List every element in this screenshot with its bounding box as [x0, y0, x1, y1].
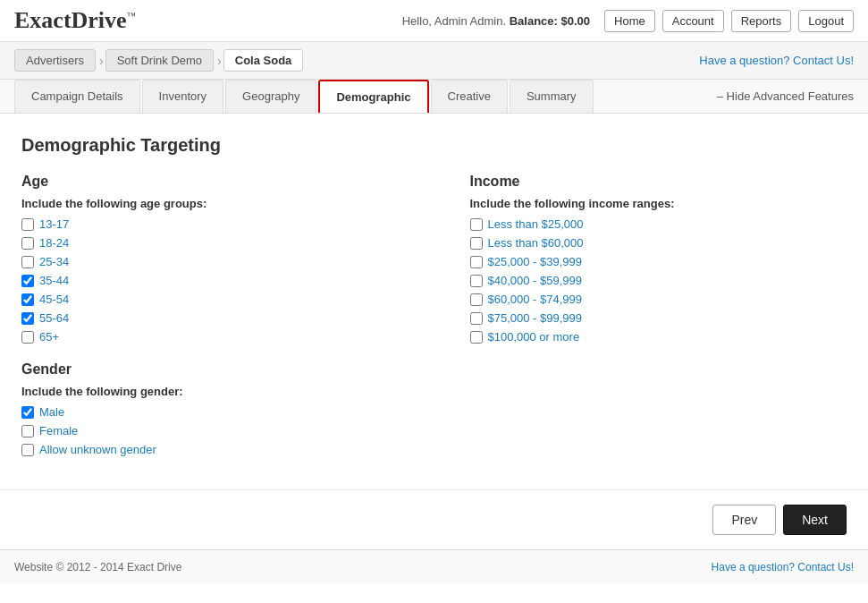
income-100k-plus-label[interactable]: $100,000 or more: [488, 330, 580, 344]
age-45-54-checkbox[interactable]: [21, 293, 34, 306]
gender-male[interactable]: Male: [21, 405, 399, 419]
income-60k-74k-checkbox[interactable]: [470, 293, 483, 306]
logo-text: ExactDrive: [14, 7, 127, 33]
gender-male-label[interactable]: Male: [39, 405, 64, 419]
income-60k-74k[interactable]: $60,000 - $74,999: [470, 293, 847, 306]
age-45-54-label[interactable]: 45-54: [39, 293, 69, 306]
hide-advanced-features[interactable]: – Hide Advanced Features: [717, 81, 854, 112]
main-content: Demographic Targeting Age Include the fo…: [0, 114, 868, 489]
income-75k-99k[interactable]: $75,000 - $99,999: [470, 311, 847, 325]
gender-subtitle: Include the following gender:: [21, 385, 399, 398]
next-button[interactable]: Next: [783, 505, 847, 535]
tab-geography[interactable]: Geography: [225, 80, 316, 113]
age-column: Age Include the following age groups: 13…: [21, 174, 399, 462]
breadcrumb-items: Advertisers › Soft Drink Demo › Cola Sod…: [14, 49, 305, 72]
copyright: Website © 2012 - 2014 Exact Drive: [14, 561, 181, 573]
income-25k-39k-label[interactable]: $25,000 - $39,999: [488, 255, 583, 268]
income-40k-59k[interactable]: $40,000 - $59,999: [470, 274, 847, 287]
logo-tm: ™: [127, 11, 136, 21]
gender-section: Gender Include the following gender: Mal…: [21, 361, 399, 456]
breadcrumb-arrow-1: ›: [99, 54, 104, 68]
gender-unknown-label[interactable]: Allow unknown gender: [39, 443, 156, 456]
income-25k-39k-checkbox[interactable]: [470, 256, 483, 268]
age-subtitle: Include the following age groups:: [21, 197, 399, 210]
income-100k-plus[interactable]: $100,000 or more: [470, 330, 847, 344]
home-button[interactable]: Home: [604, 10, 655, 32]
age-25-34-label[interactable]: 25-34: [39, 255, 69, 268]
age-title: Age: [21, 174, 399, 190]
income-25k-39k[interactable]: $25,000 - $39,999: [470, 255, 847, 268]
age-65plus-checkbox[interactable]: [21, 331, 34, 344]
columns: Age Include the following age groups: 13…: [21, 174, 847, 462]
age-55-64[interactable]: 55-64: [21, 311, 399, 325]
income-40k-59k-label[interactable]: $40,000 - $59,999: [488, 274, 583, 287]
breadcrumb: Advertisers › Soft Drink Demo › Cola Sod…: [0, 42, 868, 80]
tab-demographic[interactable]: Demographic: [318, 80, 428, 113]
age-45-54[interactable]: 45-54: [21, 293, 399, 306]
logo: ExactDrive™: [14, 7, 135, 34]
income-lt-60k[interactable]: Less than $60,000: [470, 236, 847, 250]
breadcrumb-cola-soda[interactable]: Cola Soda: [223, 49, 304, 72]
header: ExactDrive™ Hello, Admin Admin. Balance:…: [0, 0, 868, 42]
gender-female-checkbox[interactable]: [21, 425, 34, 437]
age-35-44[interactable]: 35-44: [21, 274, 399, 287]
gender-unknown[interactable]: Allow unknown gender: [21, 443, 399, 456]
gender-unknown-checkbox[interactable]: [21, 444, 34, 456]
gender-male-checkbox[interactable]: [21, 406, 34, 419]
age-13-17-label[interactable]: 13-17: [39, 217, 69, 231]
age-25-34[interactable]: 25-34: [21, 255, 399, 268]
age-18-24[interactable]: 18-24: [21, 236, 399, 250]
income-lt-25k-checkbox[interactable]: [470, 218, 483, 231]
age-18-24-label[interactable]: 18-24: [39, 236, 69, 250]
age-65plus-label[interactable]: 65+: [39, 330, 59, 344]
income-75k-99k-label[interactable]: $75,000 - $99,999: [488, 311, 583, 325]
gender-female[interactable]: Female: [21, 424, 399, 437]
income-lt-60k-label[interactable]: Less than $60,000: [488, 236, 584, 250]
account-button[interactable]: Account: [662, 10, 724, 32]
income-subtitle: Include the following income ranges:: [470, 197, 847, 210]
income-lt-25k[interactable]: Less than $25,000: [470, 217, 847, 231]
tab-summary[interactable]: Summary: [510, 80, 594, 113]
tab-inventory[interactable]: Inventory: [142, 80, 223, 113]
age-13-17[interactable]: 13-17: [21, 217, 399, 231]
income-75k-99k-checkbox[interactable]: [470, 312, 483, 325]
age-35-44-checkbox[interactable]: [21, 275, 34, 287]
income-lt-25k-label[interactable]: Less than $25,000: [488, 217, 584, 231]
income-title: Income: [470, 174, 847, 190]
reports-button[interactable]: Reports: [731, 10, 792, 32]
footer-contact-link[interactable]: Have a question? Contact Us!: [712, 561, 854, 573]
logout-button[interactable]: Logout: [798, 10, 854, 32]
income-60k-74k-label[interactable]: $60,000 - $74,999: [488, 293, 583, 306]
page-footer: Website © 2012 - 2014 Exact Drive Have a…: [0, 549, 868, 584]
age-13-17-checkbox[interactable]: [21, 218, 34, 231]
income-lt-60k-checkbox[interactable]: [470, 237, 483, 250]
income-column: Income Include the following income rang…: [470, 174, 847, 462]
age-25-34-checkbox[interactable]: [21, 256, 34, 268]
greeting: Hello, Admin Admin. Balance: $0.00: [402, 14, 590, 28]
tab-bar: Campaign Details Inventory Geography Dem…: [0, 80, 868, 114]
breadcrumb-soft-drink-demo[interactable]: Soft Drink Demo: [105, 49, 214, 72]
header-right: Hello, Admin Admin. Balance: $0.00 Home …: [402, 10, 854, 32]
age-65plus[interactable]: 65+: [21, 330, 399, 344]
income-100k-plus-checkbox[interactable]: [470, 331, 483, 344]
breadcrumb-contact-link[interactable]: Have a question? Contact Us!: [699, 54, 854, 67]
gender-female-label[interactable]: Female: [39, 424, 78, 437]
prev-button[interactable]: Prev: [712, 505, 776, 535]
breadcrumb-arrow-2: ›: [217, 54, 222, 68]
breadcrumb-advertisers[interactable]: Advertisers: [14, 49, 96, 72]
age-35-44-label[interactable]: 35-44: [39, 274, 69, 287]
tab-campaign-details[interactable]: Campaign Details: [14, 80, 140, 113]
income-40k-59k-checkbox[interactable]: [470, 275, 483, 287]
age-18-24-checkbox[interactable]: [21, 237, 34, 250]
footer-buttons: Prev Next: [0, 489, 868, 549]
tabs: Campaign Details Inventory Geography Dem…: [14, 80, 595, 113]
gender-title: Gender: [21, 361, 399, 378]
age-55-64-label[interactable]: 55-64: [39, 311, 69, 325]
age-55-64-checkbox[interactable]: [21, 312, 34, 325]
section-title: Demographic Targeting: [21, 135, 847, 156]
tab-creative[interactable]: Creative: [431, 80, 508, 113]
